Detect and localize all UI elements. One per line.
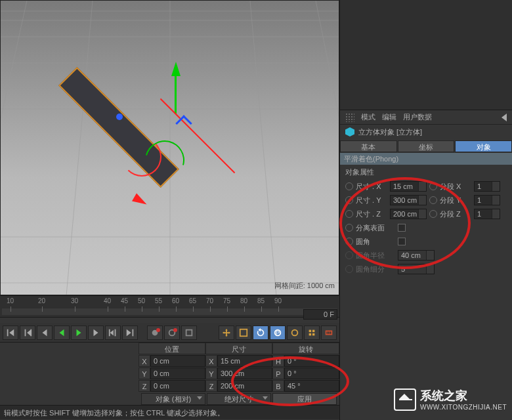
seg-z-attr-input[interactable]: 1 (474, 209, 500, 219)
anim-dot-seg-z[interactable] (429, 210, 437, 218)
go-start-button[interactable] (3, 326, 18, 340)
keyframe-options-button[interactable] (181, 326, 197, 340)
tick: 90 (274, 297, 282, 304)
pos-y-input[interactable]: 0 cm (150, 368, 205, 379)
tick: 45 (121, 297, 128, 304)
rot-p-input[interactable]: 0 ° (284, 368, 339, 379)
play-back-button[interactable] (54, 326, 70, 340)
apply-button[interactable]: 应用 (272, 393, 337, 405)
watermark-url: WWW.XITONGZHIJIA.NET (420, 404, 507, 411)
autokey-button[interactable] (164, 326, 180, 340)
tab-basic[interactable]: 基本 (340, 140, 397, 152)
size-header: 尺寸 (205, 343, 272, 354)
coord-mode-select[interactable]: 对象 (相对) (141, 393, 205, 405)
pos-z-label: Z (139, 380, 150, 392)
chevron-down-icon (263, 396, 268, 400)
record-key-button[interactable] (147, 326, 163, 340)
size-y-input[interactable]: 300 cm (217, 368, 272, 379)
menu-userdata[interactable]: 用户数据 (403, 112, 432, 122)
rot-h-input[interactable]: 0 ° (284, 355, 339, 367)
timeline-ticks[interactable]: 10 20 30 40 45 50 55 60 65 70 75 80 85 9… (0, 297, 339, 317)
tick: 50 (138, 297, 145, 304)
spinner-icon[interactable] (492, 196, 500, 205)
parameter-mode-button[interactable]: P (270, 326, 286, 340)
center-handle[interactable] (116, 114, 123, 120)
playback-bar: P (0, 323, 339, 343)
svg-rect-14 (186, 329, 192, 335)
fillet-checkbox[interactable] (398, 238, 406, 245)
rot-h-label: H (272, 355, 284, 367)
pos-x-label: X (139, 355, 150, 367)
tick: 70 (206, 297, 213, 304)
separate-surface-checkbox[interactable] (398, 224, 406, 232)
phong-tag-row[interactable]: 平滑着色(Phong) (340, 153, 512, 165)
tab-object[interactable]: 对象 (455, 140, 512, 152)
spinner-icon (426, 264, 434, 274)
animation-layer-button[interactable] (321, 326, 337, 340)
timeline-ruler[interactable] (2, 308, 337, 315)
seg-x-attr-input[interactable]: 1 (474, 181, 500, 192)
anim-dot-separate[interactable] (345, 224, 353, 232)
seg-x-attr-label: 分段 X (440, 182, 471, 192)
current-frame-input[interactable]: 0 F (303, 309, 337, 320)
pos-x-input[interactable]: 0 cm (150, 355, 205, 367)
pos-z-input[interactable]: 0 cm (150, 380, 205, 392)
anim-dot-fillet[interactable] (345, 238, 353, 245)
spinner-icon[interactable] (492, 209, 500, 219)
svg-rect-24 (327, 331, 328, 334)
anim-dot-seg-y[interactable] (429, 196, 437, 204)
spinner-icon[interactable] (418, 196, 426, 205)
size-x-attr-input[interactable]: 15 cm (390, 181, 427, 192)
seg-y-value: 1 (477, 196, 481, 204)
timeline[interactable]: 10 20 30 40 45 50 55 60 65 70 75 80 85 9… (0, 295, 339, 318)
tick: 20 (38, 297, 45, 304)
anim-dot-size-z[interactable] (345, 210, 353, 218)
size-mode-select[interactable]: 绝对尺寸 (207, 393, 271, 405)
seg-y-attr-input[interactable]: 1 (474, 195, 500, 205)
seg-x-value: 1 (477, 182, 481, 190)
step-back-button[interactable] (37, 326, 53, 340)
move-tool-button[interactable] (219, 326, 234, 340)
prev-key-button[interactable] (20, 326, 35, 340)
size-x-value: 15 cm (393, 182, 413, 190)
tick: 10 (7, 297, 14, 304)
menu-edit[interactable]: 编辑 (382, 112, 396, 122)
svg-point-12 (152, 329, 158, 335)
size-x-input[interactable]: 15 cm (217, 355, 272, 367)
seg-z-value: 1 (477, 210, 481, 218)
size-z-value: 200 cm (393, 210, 417, 218)
size-z-input[interactable]: 200 cm (217, 380, 272, 392)
next-key-button[interactable] (105, 326, 121, 340)
anim-dot-fillet-radius (345, 251, 353, 259)
watermark-logo-icon (394, 388, 416, 411)
size-y-attr-input[interactable]: 300 cm (390, 195, 427, 205)
nav-back-icon[interactable] (501, 114, 507, 121)
rot-b-label: B (272, 380, 284, 392)
rot-b-input[interactable]: 45 ° (284, 380, 339, 392)
viewport-3d[interactable]: 网格间距: 1000 cm (0, 0, 339, 295)
menu-mode[interactable]: 模式 (361, 112, 375, 122)
go-end-button[interactable] (122, 326, 138, 340)
spinner-icon[interactable] (492, 182, 500, 191)
coordinates-panel: 位置 尺寸 旋转 X 0 cm X 15 cm H 0 ° Y 0 cm Y 3… (139, 343, 339, 405)
selection-tool-button[interactable] (287, 326, 303, 340)
spinner-icon[interactable] (418, 182, 426, 191)
size-z-label: Z (205, 380, 217, 392)
point-level-button[interactable] (304, 326, 320, 340)
anim-dot-seg-x[interactable] (429, 182, 437, 190)
spinner-icon[interactable] (418, 209, 426, 219)
grid-spacing-label: 网格间距: 1000 cm (274, 281, 335, 291)
anim-dot-size-y[interactable] (345, 196, 353, 204)
size-x-label: X (205, 355, 217, 367)
viewport-object[interactable] (86, 62, 230, 200)
axis-y-arrow-icon (171, 62, 181, 76)
rotate-tool-button[interactable] (253, 326, 268, 340)
scale-tool-button[interactable] (236, 326, 251, 340)
size-y-attr-label: 尺寸 . Y (356, 196, 387, 205)
tab-coord[interactable]: 坐标 (398, 140, 455, 152)
size-z-attr-input[interactable]: 200 cm (390, 209, 427, 219)
step-forward-button[interactable] (88, 326, 104, 340)
anim-dot-size-x[interactable] (345, 182, 353, 190)
panel-drag-icon[interactable] (345, 113, 354, 122)
play-forward-button[interactable] (71, 326, 87, 340)
